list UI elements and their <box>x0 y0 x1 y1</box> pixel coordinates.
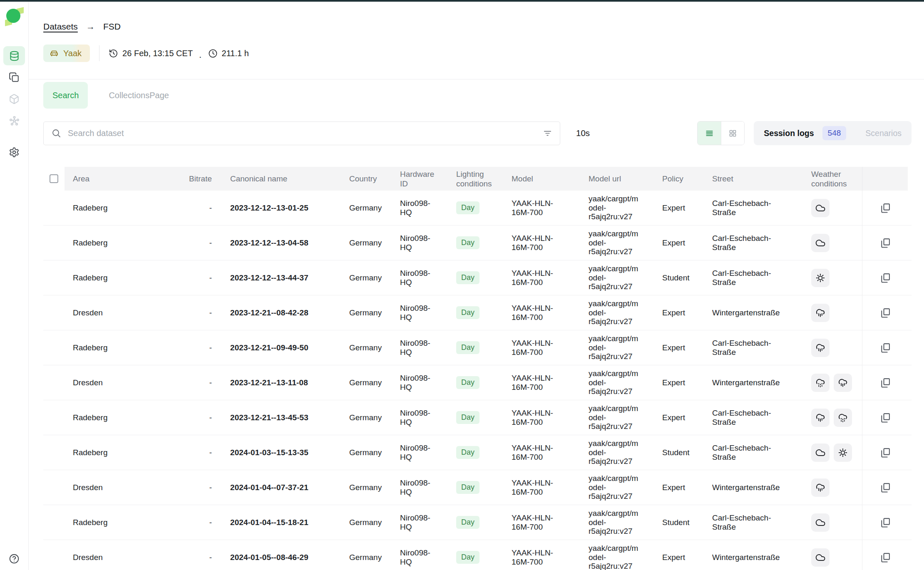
copy-button[interactable] <box>877 444 894 461</box>
cell-lighting-conditions: Day <box>445 435 501 470</box>
model-url-text: yaak/cargpt/model-r5ajq2ru:v27 <box>589 369 638 396</box>
scenarios-option[interactable]: Scenarios <box>865 129 902 138</box>
lighting-badge: Day <box>456 411 479 424</box>
table-row[interactable]: Dresden - 2024-01-05--08-46-29 Germany N… <box>43 540 912 570</box>
sidebar-item-packages[interactable] <box>3 89 25 109</box>
table-row[interactable]: Dresden - 2023-12-21--13-11-08 Germany N… <box>43 365 912 400</box>
database-icon <box>9 50 20 62</box>
table-row[interactable]: Radeberg - 2023-12-21--13-45-53 Germany … <box>43 400 912 435</box>
view-toggle <box>697 121 745 145</box>
sidebar-item-nodes[interactable] <box>3 111 25 130</box>
sidebar-item-collections[interactable] <box>3 68 25 87</box>
header-street: Street <box>700 167 800 191</box>
table-row[interactable]: Radeberg - 2023-12-12--13-44-37 Germany … <box>43 260 912 295</box>
list-icon <box>705 129 714 138</box>
cell-actions <box>862 540 908 570</box>
select-all-checkbox[interactable] <box>50 174 58 183</box>
header-model-url: Model url <box>578 167 651 191</box>
session-logs-option[interactable]: Session logs <box>764 129 814 138</box>
cell-weather-conditions <box>800 505 862 540</box>
copy-button[interactable] <box>877 409 894 426</box>
cell-policy: Expert <box>651 330 700 365</box>
breadcrumb-datasets-link[interactable]: Datasets <box>43 22 78 32</box>
cloud-icon <box>811 513 830 532</box>
rain-icon <box>834 374 852 392</box>
grid-view-button[interactable] <box>721 121 744 145</box>
dataset-meta-row: Yaak 26 Feb, 13:15 CET . 211.1 h <box>43 44 912 62</box>
model-text: YAAK-HLN-16M-700 <box>512 409 565 426</box>
model-url-text: yaak/cargpt/model-r5ajq2ru:v27 <box>589 264 638 291</box>
header-country: Country <box>339 167 389 191</box>
sun-icon <box>811 269 830 287</box>
street-text: Carl-Eschebach-Straße <box>712 199 789 217</box>
table-row[interactable]: Radeberg - 2023-12-12--13-01-25 Germany … <box>43 191 912 226</box>
cell-model: YAAK-HLN-16M-700 <box>501 470 578 505</box>
copy-icon <box>879 342 891 354</box>
cell-actions <box>862 400 908 435</box>
table-row[interactable]: Radeberg - 2024-01-04--15-18-21 Germany … <box>43 505 912 540</box>
help-icon <box>9 553 20 564</box>
tab-collections-page[interactable]: CollectionsPage <box>99 82 178 109</box>
tab-search[interactable]: Search <box>43 82 88 109</box>
lighting-badge: Day <box>456 306 479 320</box>
street-text: Carl-Eschebach-Straße <box>712 444 789 461</box>
copy-button[interactable] <box>877 549 894 566</box>
cell-model-url: yaak/cargpt/model-r5ajq2ru:v27 <box>578 365 651 400</box>
cell-lighting-conditions: Day <box>445 400 501 435</box>
hub-icon <box>9 115 20 126</box>
lighting-badge: Day <box>456 446 479 459</box>
cell-weather-conditions <box>800 226 862 260</box>
street-text: Carl-Eschebach-Straße <box>712 513 789 531</box>
copy-icon <box>879 412 891 424</box>
gear-icon <box>9 147 20 158</box>
cell-hardware-id: Niro098-HQ <box>389 400 445 435</box>
table-row[interactable]: Dresden - 2024-01-04--07-37-21 Germany N… <box>43 470 912 505</box>
cell-lighting-conditions: Day <box>445 505 501 540</box>
sidebar-item-settings[interactable] <box>3 143 25 162</box>
list-view-button[interactable] <box>698 121 721 145</box>
copy-button[interactable] <box>877 270 894 286</box>
copy-button[interactable] <box>877 235 894 251</box>
cell-street: Wintergartenstraße <box>700 470 800 505</box>
row-checkbox-cell <box>43 295 65 330</box>
breadcrumb: Datasets → FSD <box>43 22 912 32</box>
table-row[interactable]: Radeberg - 2023-12-12--13-04-58 Germany … <box>43 226 912 260</box>
copy-button[interactable] <box>877 340 894 356</box>
table-row[interactable]: Radeberg - 2023-12-21--09-49-50 Germany … <box>43 330 912 365</box>
table-row[interactable]: Radeberg - 2024-01-03--15-13-35 Germany … <box>43 435 912 470</box>
table-row[interactable]: Dresden - 2023-12-21--08-42-28 Germany N… <box>43 295 912 330</box>
row-checkbox-cell <box>43 330 65 365</box>
cell-model: YAAK-HLN-16M-700 <box>501 540 578 570</box>
cell-policy: Student <box>651 435 700 470</box>
table-header: Area Bitrate Canonical name Country Hard… <box>43 167 912 191</box>
rain-icon <box>811 339 830 357</box>
copy-button[interactable] <box>877 305 894 321</box>
copy-icon <box>879 447 891 458</box>
street-text: Carl-Eschebach-Straße <box>712 234 789 252</box>
cell-weather-conditions <box>800 260 862 295</box>
help-button[interactable] <box>0 553 28 564</box>
cell-country: Germany <box>339 470 389 505</box>
filter-icon[interactable] <box>543 129 552 138</box>
rain-icon <box>811 304 830 322</box>
copy-button[interactable] <box>877 374 894 391</box>
model-text: YAAK-HLN-16M-700 <box>512 374 565 392</box>
cell-model-url: yaak/cargpt/model-r5ajq2ru:v27 <box>578 226 651 260</box>
cell-lighting-conditions: Day <box>445 260 501 295</box>
copy-button[interactable] <box>877 514 894 531</box>
copy-button[interactable] <box>877 200 894 216</box>
cell-actions <box>862 505 908 540</box>
model-url-text: yaak/cargpt/model-r5ajq2ru:v27 <box>589 299 638 326</box>
box-icon <box>9 94 20 104</box>
copy-button[interactable] <box>877 479 894 496</box>
hardware-id-text: Niro098-HQ <box>400 409 437 426</box>
model-text: YAAK-HLN-16M-700 <box>512 199 565 217</box>
cell-street: Carl-Eschebach-Straße <box>700 260 800 295</box>
model-text: YAAK-HLN-16M-700 <box>512 304 565 322</box>
sidebar-item-datasets[interactable] <box>3 46 25 65</box>
cell-weather-conditions <box>800 191 862 225</box>
cell-bitrate: - <box>183 260 219 295</box>
recorded-at-text: 26 Feb, 13:15 CET <box>122 49 193 58</box>
search-input[interactable] <box>67 128 543 139</box>
cell-area: Dresden <box>65 365 183 400</box>
